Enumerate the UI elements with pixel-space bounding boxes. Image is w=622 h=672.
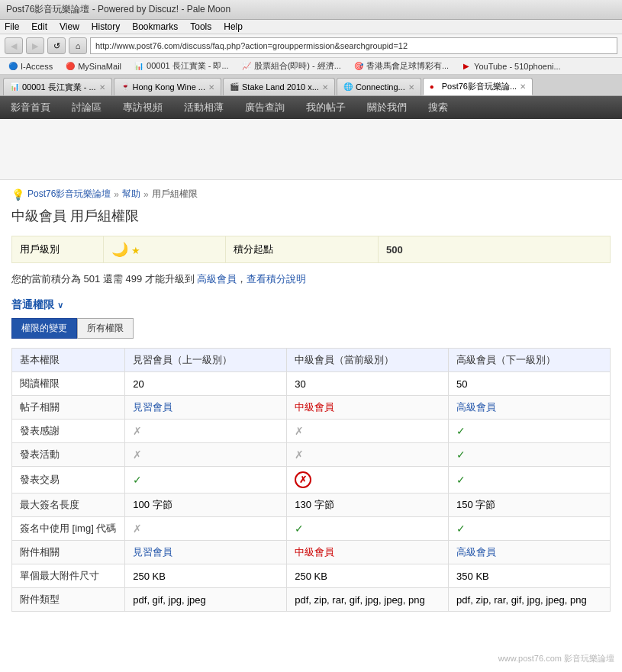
table-row: 發表感謝 ✗ ✗ ✓ (12, 420, 611, 443)
tab-2-label: Stake Land 2010 x... (242, 82, 319, 92)
senior-posts-link[interactable]: 高級會員 (456, 401, 496, 413)
senior-attach-link[interactable]: 高級會員 (456, 546, 496, 558)
bookmark-mysina-label: MySinaMail (78, 62, 121, 71)
row-mid-imgcode: ✓ (287, 517, 449, 541)
nav-about[interactable]: 關於我們 (356, 96, 417, 119)
row-label-posts: 帖子相關 (12, 396, 125, 420)
menu-history[interactable]: History (92, 21, 120, 32)
menu-file[interactable]: File (5, 21, 19, 32)
row-senior-trade: ✓ (449, 467, 611, 494)
check-icon: ✓ (456, 522, 466, 535)
row-senior-imgcode: ✓ (449, 517, 611, 541)
table-row: 發表活動 ✗ ✗ ✓ (12, 443, 611, 467)
row-mid-attach: 中級會員 (287, 541, 449, 564)
row-label-reading: 閱讀權限 (12, 372, 125, 396)
row-junior-imgcode: ✗ (125, 517, 287, 541)
breadcrumb-help[interactable]: 幫助 (122, 188, 140, 201)
row-junior-trade: ✓ (125, 467, 287, 494)
points-explanation-link[interactable]: 查看積分說明 (247, 273, 306, 285)
bookmarks-bar: 🔵 I-Access 🔴 MySinaMail 📊 00001 長江實業 - 即… (0, 58, 622, 75)
forward-button[interactable]: ▶ (26, 37, 44, 54)
table-row: 簽名中使用 [img] 代碼 ✗ ✓ ✓ (12, 517, 611, 541)
tab-1-close[interactable]: ✕ (208, 83, 214, 92)
row-label-imgcode: 簽名中使用 [img] 代碼 (12, 517, 125, 541)
row-senior-posts: 高級會員 (449, 396, 611, 420)
00001-icon: 📊 (134, 61, 144, 72)
youtube-icon: ▶ (461, 61, 472, 72)
table-row: 單個最大附件尺寸 250 KB 250 KB 350 KB (12, 564, 611, 588)
menu-help[interactable]: Help (224, 21, 243, 32)
row-senior-thanks: ✓ (449, 420, 611, 443)
table-row: 閱讀權限 20 30 50 (12, 372, 611, 396)
home-button[interactable]: ⌂ (69, 37, 87, 54)
check-icon: ✓ (456, 474, 466, 486)
breadcrumb-icon: 💡 (11, 188, 24, 201)
cross-icon: ✗ (295, 449, 304, 461)
tab-changes[interactable]: 權限的變更 (11, 318, 77, 339)
bookmark-hkjockey[interactable]: 🎯 香港馬會足球博彩有... (350, 59, 452, 72)
th-senior: 高級會員（下一級別） (449, 349, 611, 372)
tab-all[interactable]: 所有權限 (77, 318, 134, 339)
th-basic: 基本權限 (12, 349, 125, 372)
address-bar[interactable]: http://www.post76.com/discuss/faq.php?ac… (90, 37, 617, 54)
mid-attach-link[interactable]: 中級會員 (295, 546, 334, 558)
bookmark-stocks[interactable]: 📈 股票組合(即時) - 經濟... (238, 59, 344, 72)
junior-posts-link[interactable]: 見習會員 (133, 401, 172, 413)
row-label-attachsize: 單個最大附件尺寸 (12, 564, 125, 588)
site-nav: 影音首頁 討論區 專訪視頻 活動相薄 廣告查詢 我的帖子 關於我們 搜索 (0, 96, 622, 119)
row-mid-siglen: 130 字節 (287, 494, 449, 517)
menu-edit[interactable]: Edit (31, 21, 47, 32)
bookmark-mysina[interactable]: 🔴 MySinaMail (62, 59, 124, 72)
address-text: http://www.post76.com/discuss/faq.php?ac… (95, 41, 408, 50)
nav-video[interactable]: 專訪視頻 (112, 96, 173, 119)
nav-ads[interactable]: 廣告查詢 (234, 96, 295, 119)
nav-search[interactable]: 搜索 (417, 96, 459, 119)
nav-myposts[interactable]: 我的帖子 (295, 96, 356, 119)
upgrade-link[interactable]: 高級會員 (197, 273, 237, 285)
table-row: 發表交易 ✓ ✗ ✓ (12, 467, 611, 494)
tab-4[interactable]: ● Post76影音玩樂論... ✕ (423, 78, 533, 95)
tab-4-close[interactable]: ✕ (520, 82, 526, 91)
row-mid-attachsize: 250 KB (287, 564, 449, 588)
tab-3-favicon: 🌐 (343, 82, 353, 92)
tab-3[interactable]: 🌐 Connecting... ✕ (337, 78, 421, 95)
bookmark-00001[interactable]: 📊 00001 長江實業 - 即... (131, 59, 232, 72)
row-junior-posts: 見習會員 (125, 396, 287, 420)
tab-0-close[interactable]: ✕ (99, 83, 105, 92)
cross-icon: ✗ (133, 449, 142, 461)
bookmark-youtube[interactable]: ▶ YouTube - 510phoeni... (458, 59, 564, 72)
nav-activity[interactable]: 活動相薄 (173, 96, 234, 119)
menu-view[interactable]: View (60, 21, 79, 32)
row-mid-posts: 中級會員 (287, 396, 449, 420)
banner-area (0, 119, 622, 180)
row-mid-attachtype: pdf, zip, rar, gif, jpg, jpeg, png (287, 588, 449, 612)
table-row: 帖子相關 見習會員 中級會員 高級會員 (12, 396, 611, 420)
tab-2-close[interactable]: ✕ (322, 83, 328, 92)
tab-3-label: Connecting... (356, 82, 405, 92)
menu-bookmarks[interactable]: Bookmarks (132, 21, 178, 32)
tab-0[interactable]: 📊 00001 長江實業 - ... ✕ (3, 78, 112, 95)
level-star-icon: ★ (131, 245, 140, 256)
circled-cross-icon: ✗ (295, 471, 311, 488)
breadcrumb-home[interactable]: Post76影音玩樂論壇 (27, 188, 111, 201)
nav-discuss[interactable]: 討論區 (61, 96, 112, 119)
section-chevron: ∨ (57, 301, 63, 310)
junior-attach-link[interactable]: 見習會員 (133, 546, 172, 558)
nav-media[interactable]: 影音首頁 (0, 96, 61, 119)
bookmark-iaccess[interactable]: 🔵 I-Access (5, 59, 56, 72)
th-mid: 中級會員（當前級別） (287, 349, 449, 372)
tab-3-close[interactable]: ✕ (408, 83, 414, 92)
row-junior-attachtype: pdf, gif, jpg, jpeg (125, 588, 287, 612)
tab-2[interactable]: 🎬 Stake Land 2010 x... ✕ (223, 78, 335, 95)
back-button[interactable]: ◀ (5, 37, 23, 54)
browser-titlebar: Post76影音玩樂論壇 - Powered by Discuz! - Pale… (0, 0, 622, 20)
breadcrumb-sep-1: » (114, 189, 119, 200)
mid-posts-link[interactable]: 中級會員 (295, 401, 334, 413)
tab-1-favicon: 🍷 (121, 82, 130, 92)
refresh-button[interactable]: ↺ (47, 37, 66, 54)
cross-icon: ✗ (133, 522, 142, 535)
tab-1[interactable]: 🍷 Hong Kong Wine ... ✕ (114, 78, 221, 95)
level-moon-icon: 🌙 (111, 242, 128, 257)
row-label-thanks: 發表感謝 (12, 420, 125, 443)
menu-tools[interactable]: Tools (190, 21, 211, 32)
